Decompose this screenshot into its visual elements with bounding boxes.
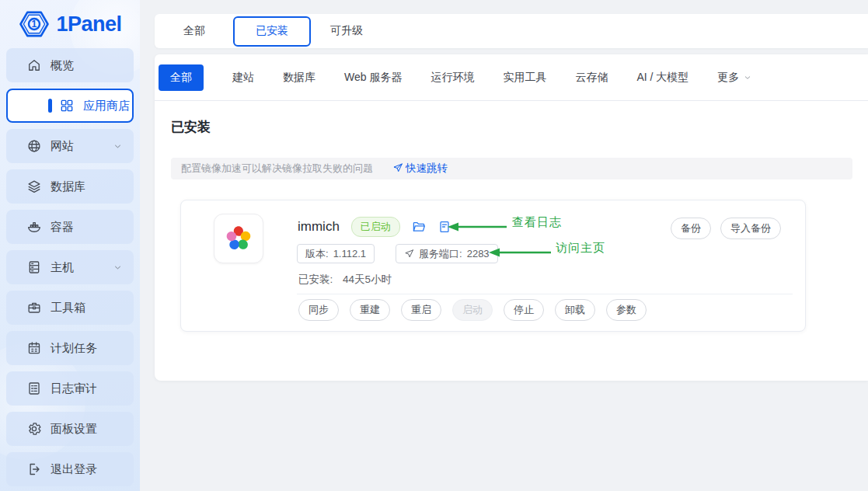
category-label: Web 服务器 bbox=[344, 71, 402, 85]
gear-icon bbox=[26, 421, 42, 437]
action-button-2[interactable]: 重启 bbox=[401, 299, 441, 321]
port-value: 2283 bbox=[467, 248, 490, 259]
sidebar-item-label: 应用商店 bbox=[83, 99, 130, 113]
port-chip[interactable]: 服务端口: 2283 bbox=[396, 244, 498, 263]
toolbox-icon bbox=[26, 300, 42, 315]
category-item-6[interactable]: 云存储 bbox=[575, 71, 608, 85]
screen: 1 1Panel 概览应用商店网站数据库容器主机工具箱计划任务日志审计面板设置退… bbox=[0, 0, 868, 491]
port-label: 服务端口: bbox=[419, 247, 462, 261]
category-label: 建站 bbox=[232, 71, 254, 85]
sidebar-item-layers[interactable]: 数据库 bbox=[6, 169, 134, 204]
navigate-icon bbox=[404, 249, 414, 259]
send-icon bbox=[392, 162, 403, 176]
section-title: 已安装 bbox=[171, 118, 211, 136]
action-button-6[interactable]: 参数 bbox=[606, 299, 647, 321]
category-label: 更多 bbox=[717, 71, 739, 85]
globe-icon bbox=[26, 138, 42, 154]
sidebar-item-label: 容器 bbox=[51, 220, 74, 235]
tab-all[interactable]: 全部 bbox=[183, 24, 205, 38]
sidebar-item-label: 主机 bbox=[51, 260, 74, 275]
version-label: 版本: bbox=[305, 247, 329, 261]
tab-upgradable[interactable]: 可升级 bbox=[330, 24, 363, 38]
category-item-8[interactable]: 更多 bbox=[717, 71, 752, 85]
sidebar-item-label: 计划任务 bbox=[51, 341, 97, 356]
card-divider bbox=[297, 294, 793, 294]
sidebar-item-label: 数据库 bbox=[51, 179, 85, 194]
sidebar-item-server[interactable]: 主机 bbox=[6, 250, 134, 284]
sidebar-item-label: 日志审计 bbox=[51, 381, 97, 396]
annotation-view-logs: 查看日志 bbox=[512, 215, 562, 230]
action-button-5[interactable]: 卸载 bbox=[555, 299, 595, 321]
category-item-0[interactable]: 全部 bbox=[159, 64, 204, 91]
server-icon bbox=[26, 259, 42, 275]
install-state-tabs: 全部已安装可升级 bbox=[155, 14, 868, 48]
sidebar-item-calendar[interactable]: 计划任务 bbox=[6, 331, 134, 365]
sidebar: 1 1Panel 概览应用商店网站数据库容器主机工具箱计划任务日志审计面板设置退… bbox=[0, 0, 140, 491]
content-panel: 全部建站数据库Web 服务器运行环境实用工具云存储AI / 大模型更多 已安装 … bbox=[155, 54, 868, 381]
sidebar-item-globe[interactable]: 网站 bbox=[6, 129, 134, 163]
sidebar-item-app-grid[interactable]: 应用商店 bbox=[6, 89, 134, 123]
brand-logo: 1 1Panel bbox=[0, 0, 140, 48]
sidebar-item-home[interactable]: 概览 bbox=[6, 48, 134, 82]
active-indicator bbox=[48, 99, 52, 113]
category-label: 运行环境 bbox=[431, 71, 474, 85]
category-item-1[interactable]: 建站 bbox=[232, 71, 254, 85]
category-label: 全部 bbox=[170, 71, 192, 85]
category-item-7[interactable]: AI / 大模型 bbox=[636, 71, 688, 85]
installed-duration-row: 已安装: 44天5小时 bbox=[298, 273, 392, 287]
tab-installed[interactable]: 已安装 bbox=[233, 16, 311, 47]
layers-icon bbox=[26, 179, 42, 194]
app-meta-row: 版本: 1.112.1 服务端口: 2283 bbox=[297, 244, 498, 263]
docker-icon bbox=[26, 219, 42, 235]
sidebar-item-audit-log[interactable]: 日志审计 bbox=[6, 371, 134, 406]
version-chip: 版本: 1.112.1 bbox=[297, 244, 375, 263]
backup-button-0[interactable]: 备份 bbox=[671, 218, 711, 239]
sidebar-item-label: 网站 bbox=[51, 139, 74, 154]
hexagon-logo-icon: 1 bbox=[18, 8, 51, 40]
app-grid-icon bbox=[59, 98, 75, 113]
category-label: 数据库 bbox=[283, 71, 315, 85]
logout-icon bbox=[26, 461, 42, 477]
action-button-0[interactable]: 同步 bbox=[298, 299, 339, 321]
backup-actions-row: 备份导入备份 bbox=[671, 218, 781, 239]
category-label: AI / 大模型 bbox=[636, 71, 688, 85]
installed-label: 已安装: bbox=[298, 273, 333, 285]
category-item-4[interactable]: 运行环境 bbox=[431, 71, 474, 85]
app-actions-row: 同步重建重启启动停止卸载参数 bbox=[298, 299, 647, 321]
sidebar-item-label: 退出登录 bbox=[51, 462, 97, 477]
chevron-down-icon bbox=[743, 73, 752, 82]
sidebar-item-docker[interactable]: 容器 bbox=[6, 210, 134, 244]
folder-icon[interactable] bbox=[412, 220, 426, 234]
installed-value: 44天5小时 bbox=[343, 273, 392, 285]
sidebar-item-logout[interactable]: 退出登录 bbox=[6, 452, 134, 486]
category-item-2[interactable]: 数据库 bbox=[283, 71, 315, 85]
sidebar-item-gear[interactable]: 面板设置 bbox=[6, 412, 134, 446]
home-icon bbox=[26, 57, 42, 73]
calendar-icon bbox=[26, 340, 42, 356]
quick-jump-label: 快速跳转 bbox=[406, 162, 448, 176]
sidebar-item-toolbox[interactable]: 工具箱 bbox=[6, 291, 134, 325]
svg-text:1: 1 bbox=[32, 19, 37, 30]
immich-app-icon bbox=[214, 214, 263, 263]
chevron-down-icon bbox=[113, 141, 123, 151]
status-badge: 已启动 bbox=[351, 217, 400, 237]
sidebar-item-label: 概览 bbox=[51, 58, 74, 73]
category-item-5[interactable]: 实用工具 bbox=[503, 71, 546, 85]
app-name: immich bbox=[298, 219, 340, 235]
quick-jump-link[interactable]: 快速跳转 bbox=[392, 162, 448, 176]
brand-name: 1Panel bbox=[56, 12, 121, 37]
category-filter-bar: 全部建站数据库Web 服务器运行环境实用工具云存储AI / 大模型更多 bbox=[155, 54, 868, 101]
chevron-down-icon bbox=[113, 263, 123, 273]
category-label: 实用工具 bbox=[503, 71, 546, 85]
audit-log-icon bbox=[26, 381, 42, 396]
annotation-arrow-visit-homepage bbox=[489, 247, 551, 258]
category-item-3[interactable]: Web 服务器 bbox=[344, 71, 402, 85]
action-button-3: 启动 bbox=[452, 299, 493, 321]
action-button-1[interactable]: 重建 bbox=[350, 299, 390, 321]
backup-button-1[interactable]: 导入备份 bbox=[720, 218, 781, 239]
action-button-4[interactable]: 停止 bbox=[504, 299, 544, 321]
annotation-visit-homepage: 访问主页 bbox=[556, 241, 605, 256]
version-value: 1.112.1 bbox=[333, 248, 366, 259]
app-card-immich: immich 已启动 版本: bbox=[180, 200, 806, 332]
sidebar-item-label: 工具箱 bbox=[51, 301, 85, 315]
